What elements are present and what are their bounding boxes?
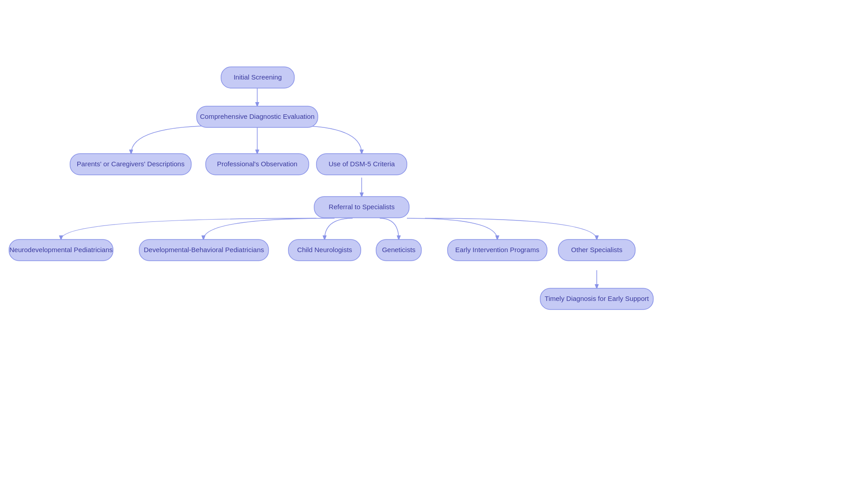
node-early-intervention-label: Early Intervention Programs: [455, 246, 539, 253]
node-initial-screening-label: Initial Screening: [234, 73, 282, 81]
node-other-specialists-label: Other Specialists: [571, 246, 622, 253]
node-child-neuro-label: Child Neurologists: [297, 246, 352, 253]
node-comprehensive-eval-label: Comprehensive Diagnostic Evaluation: [200, 113, 314, 120]
node-geneticists-label: Geneticists: [382, 246, 415, 253]
node-dsm5-label: Use of DSM-5 Criteria: [329, 160, 395, 168]
node-referral-label: Referral to Specialists: [329, 203, 395, 211]
node-professionals-observation-label: Professional's Observation: [217, 160, 297, 168]
node-timely-diagnosis-label: Timely Diagnosis for Early Support: [545, 295, 649, 302]
node-parents-descriptions-label: Parents' or Caregivers' Descriptions: [77, 160, 184, 168]
node-neuro-peds-label: Neurodevelopmental Pediatricians: [9, 246, 113, 253]
node-dev-peds-label: Developmental-Behavioral Pediatricians: [144, 246, 264, 253]
